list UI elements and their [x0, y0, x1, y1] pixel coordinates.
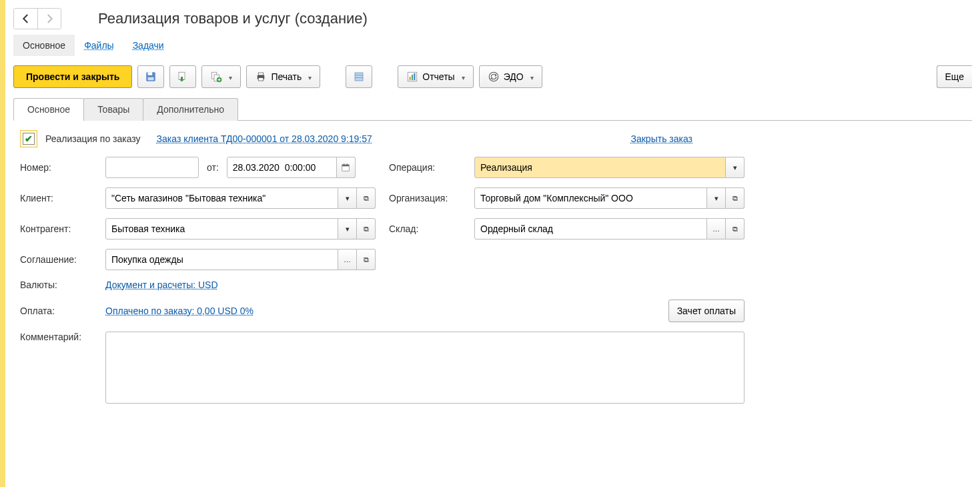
svg-rect-2	[148, 77, 154, 81]
operation-dropdown[interactable]: ▾	[726, 157, 745, 178]
top-tab-tasks[interactable]: Задачи	[123, 35, 173, 56]
printer-icon	[255, 71, 267, 83]
reports-button[interactable]: Отчеты	[398, 65, 473, 88]
order-based-checkbox[interactable]: ✔	[20, 130, 37, 147]
close-order-link[interactable]: Закрыть заказ	[631, 133, 693, 144]
floppy-icon	[145, 71, 157, 83]
arrow-left-icon	[20, 13, 32, 25]
list-icon	[353, 71, 365, 83]
chevron-down-icon	[459, 71, 465, 82]
contragent-input[interactable]	[105, 218, 338, 239]
comment-textarea[interactable]	[105, 332, 745, 404]
svg-rect-15	[412, 75, 413, 80]
org-label: Организация:	[389, 193, 469, 203]
order-based-label: Реализация по заказу	[45, 133, 141, 144]
arrow-right-icon	[43, 13, 55, 25]
svg-rect-20	[344, 163, 344, 165]
operation-label: Операция:	[389, 162, 469, 173]
top-tab-files[interactable]: Файлы	[75, 35, 123, 56]
payment-link[interactable]: Оплачено по заказу: 0,00 USD 0%	[105, 306, 254, 316]
tab-goods[interactable]: Товары	[83, 98, 143, 121]
post-close-button[interactable]: Провести и закрыть	[13, 65, 132, 88]
create-on-basis-button[interactable]	[201, 65, 241, 88]
currency-link[interactable]: Документ и расчеты: USD	[105, 280, 218, 290]
org-input[interactable]	[474, 187, 707, 209]
warehouse-label: Склад:	[389, 223, 469, 234]
svg-rect-1	[148, 72, 153, 75]
warehouse-input[interactable]	[474, 218, 707, 239]
svg-rect-21	[347, 163, 348, 165]
svg-rect-19	[342, 165, 350, 166]
nav-forward-button[interactable]	[37, 9, 61, 29]
org-dropdown[interactable]: ▾	[707, 187, 726, 209]
top-tab-main[interactable]: Основное	[13, 35, 75, 56]
warehouse-open[interactable]: ⧉	[726, 218, 745, 239]
contragent-open[interactable]: ⧉	[357, 218, 376, 239]
number-label: Номер:	[20, 162, 100, 173]
print-label: Печать	[271, 71, 302, 82]
check-icon: ✔	[23, 133, 35, 145]
svg-rect-10	[355, 73, 363, 81]
reports-label: Отчеты	[422, 71, 454, 82]
open-icon: ⧉	[364, 256, 369, 264]
client-open[interactable]: ⧉	[357, 187, 376, 209]
client-label: Клиент:	[20, 193, 100, 203]
chevron-down-icon	[306, 71, 312, 82]
from-label: от:	[207, 162, 219, 173]
operation-select[interactable]	[474, 157, 726, 178]
agreement-input[interactable]	[105, 249, 338, 270]
svg-rect-8	[259, 73, 264, 75]
client-dropdown[interactable]: ▾	[338, 187, 357, 209]
open-icon: ⧉	[364, 225, 369, 233]
tab-main[interactable]: Основное	[13, 98, 84, 121]
chevron-down-icon	[226, 71, 232, 82]
more-button[interactable]: Еще	[937, 65, 973, 88]
open-icon: ⧉	[732, 225, 738, 233]
contragent-label: Контрагент:	[20, 223, 100, 234]
svg-point-17	[489, 72, 498, 81]
svg-rect-14	[410, 77, 411, 80]
chevron-down-icon	[528, 71, 534, 82]
edo-button[interactable]: ЭДО	[479, 65, 542, 88]
agreement-select[interactable]: …	[338, 249, 357, 270]
calendar-button[interactable]	[337, 157, 356, 178]
contragent-dropdown[interactable]: ▾	[338, 218, 357, 239]
client-input[interactable]	[105, 187, 338, 209]
save-button[interactable]	[137, 65, 164, 88]
svg-rect-16	[414, 73, 416, 81]
agreement-open[interactable]: ⧉	[357, 249, 376, 270]
nav-back-button[interactable]	[14, 9, 37, 29]
document-arrow-icon	[177, 71, 189, 83]
svg-rect-9	[259, 78, 264, 81]
offset-payment-button[interactable]: Зачет оплаты	[668, 300, 745, 322]
date-input[interactable]	[227, 157, 337, 178]
agreement-label: Соглашение:	[20, 254, 100, 265]
page-title: Реализация товаров и услуг (создание)	[98, 10, 368, 27]
warehouse-select[interactable]: …	[707, 218, 726, 239]
number-input[interactable]	[105, 157, 199, 178]
open-icon: ⧉	[732, 194, 738, 203]
post-button[interactable]	[169, 65, 196, 88]
order-link[interactable]: Заказ клиента ТД00-000001 от 28.03.2020 …	[157, 133, 372, 144]
doc-plus-icon	[210, 71, 222, 83]
payment-label: Оплата:	[20, 306, 100, 316]
org-open[interactable]: ⧉	[726, 187, 745, 209]
print-button[interactable]: Печать	[246, 65, 320, 88]
chart-icon	[406, 71, 418, 83]
currency-label: Валюты:	[20, 280, 100, 290]
calendar-icon	[341, 163, 350, 172]
open-icon: ⧉	[364, 194, 369, 203]
comment-label: Комментарий:	[20, 332, 100, 342]
tab-additional[interactable]: Дополнительно	[143, 98, 238, 121]
edo-icon	[488, 71, 500, 83]
edo-label: ЭДО	[504, 71, 524, 82]
list-button[interactable]	[346, 65, 372, 88]
